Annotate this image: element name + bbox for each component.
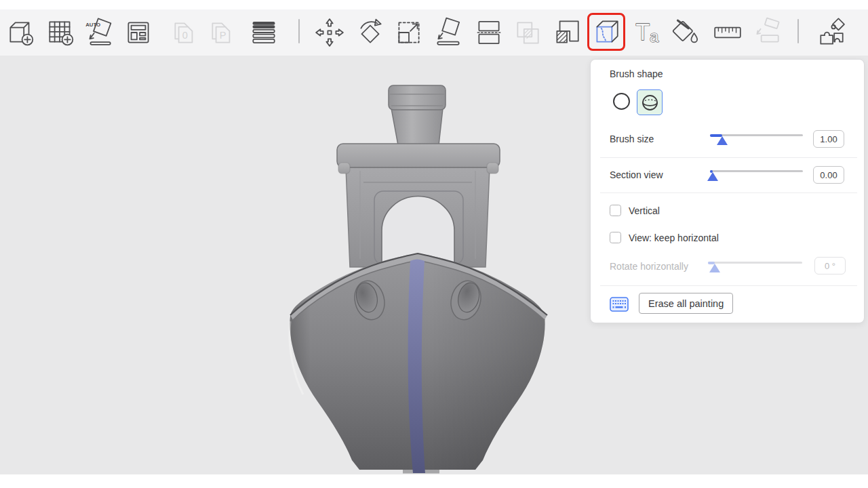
place-on-face-icon[interactable]	[433, 17, 464, 48]
rotate-horizontally-slider[interactable]	[708, 258, 802, 273]
section-view-label: Section view	[610, 169, 663, 180]
brush-shape-circle-icon[interactable]	[613, 93, 630, 110]
puzzle-icon[interactable]	[816, 17, 847, 48]
top-toolbar: AUTO0PTa	[0, 9, 868, 56]
page-p-icon[interactable]: P	[207, 17, 238, 48]
seam-painting-screen: { "toolbar": { "items": [ {"name": "add-…	[0, 0, 868, 488]
mesh-boolean-icon[interactable]	[551, 17, 583, 48]
svg-text:a: a	[650, 27, 659, 45]
divider	[600, 157, 857, 158]
arrange-icon[interactable]	[123, 17, 154, 48]
rotate-horizontally-value[interactable]: 0 °	[814, 257, 846, 274]
vertical-checkbox[interactable]	[610, 205, 621, 216]
divider	[600, 285, 857, 286]
brush-shape-sphere-icon[interactable]	[637, 89, 663, 115]
brush-shape-label: Brush shape	[610, 68, 663, 79]
erase-all-painting-button[interactable]: Erase all painting	[639, 293, 733, 314]
divider	[600, 192, 857, 193]
vertical-checkbox-label: Vertical	[629, 205, 660, 216]
variable-layer-height-icon[interactable]	[248, 17, 279, 48]
brush-size-label: Brush size	[610, 134, 654, 144]
keyboard-shortcuts-icon[interactable]	[610, 297, 629, 314]
add-plate-icon[interactable]	[45, 17, 76, 48]
svg-text:0: 0	[182, 30, 188, 41]
separator-2	[797, 19, 799, 43]
page-zero-icon[interactable]: 0	[170, 17, 201, 48]
move-icon[interactable]	[314, 17, 345, 48]
brush-size-slider[interactable]	[710, 131, 803, 146]
view-keep-horizontal-checkbox[interactable]	[610, 232, 621, 243]
assembly-icon[interactable]	[751, 17, 783, 48]
measure-icon[interactable]	[712, 17, 743, 48]
svg-text:T: T	[635, 20, 650, 45]
section-view-slider[interactable]	[710, 167, 803, 182]
view-keep-horizontal-label: View: keep horizontal	[629, 232, 719, 243]
cut-icon[interactable]	[473, 17, 505, 48]
rotate-horizontally-label: Rotate horizontally	[610, 261, 688, 272]
auto-orient-icon[interactable]: AUTO	[83, 17, 115, 48]
mesh-overlap-icon[interactable]	[512, 17, 543, 48]
add-object-icon[interactable]	[5, 17, 37, 48]
text-shape-icon[interactable]: Ta	[633, 17, 664, 48]
brush-size-value[interactable]: 1.00	[813, 130, 844, 148]
color-painting-icon[interactable]	[670, 17, 701, 48]
section-view-value[interactable]: 0.00	[813, 166, 844, 184]
svg-text:AUTO: AUTO	[85, 22, 100, 28]
separator-1	[298, 19, 300, 43]
seam-painting-icon[interactable]	[587, 13, 625, 51]
svg-text:P: P	[220, 30, 226, 41]
rotate-icon[interactable]	[355, 17, 386, 48]
scale-icon[interactable]	[393, 17, 425, 48]
seam-painting-panel: Brush shape Brush size 1.00 Section view…	[590, 59, 865, 323]
